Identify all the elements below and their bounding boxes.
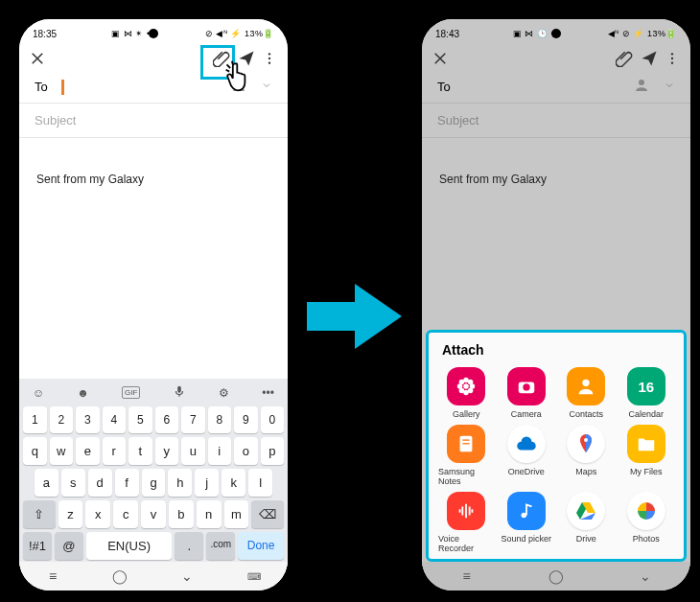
expand-icon[interactable]: [261, 80, 272, 94]
attach-icon[interactable]: [616, 50, 633, 67]
recents-key[interactable]: ≡: [44, 567, 61, 585]
gif-icon[interactable]: GIF: [122, 386, 140, 399]
home-key[interactable]: ◯: [548, 567, 565, 585]
close-icon[interactable]: [29, 50, 46, 67]
attach-item-gallery[interactable]: Gallery: [438, 367, 495, 419]
nav-bar: ≡ ◯ ⌄ ⌨: [19, 562, 288, 590]
key-s[interactable]: s: [61, 469, 85, 497]
attach-item-label: OneDrive: [508, 467, 545, 476]
key-9[interactable]: 9: [234, 406, 258, 433]
key-3[interactable]: 3: [76, 406, 100, 433]
attach-item-drive[interactable]: Drive: [558, 492, 615, 553]
svg-point-15: [468, 380, 474, 385]
dotcom-key[interactable]: .com: [206, 532, 235, 560]
key-6[interactable]: 6: [155, 406, 179, 433]
recents-key[interactable]: ≡: [458, 567, 476, 585]
clock: 18:35: [33, 29, 57, 39]
close-icon[interactable]: [432, 50, 449, 67]
backspace-key[interactable]: ⌫: [251, 500, 284, 528]
key-o[interactable]: o: [234, 437, 258, 465]
attach-item-camera[interactable]: Camera: [499, 367, 555, 419]
key-e[interactable]: e: [76, 437, 100, 465]
sticker-icon[interactable]: ☻: [77, 386, 89, 400]
key-d[interactable]: d: [88, 469, 112, 497]
attach-item-label: Photos: [633, 534, 660, 544]
key-c[interactable]: c: [113, 500, 138, 528]
key-g[interactable]: g: [142, 469, 166, 497]
cloud-icon: [507, 425, 546, 463]
attach-item-label: Voice Recorder: [438, 534, 495, 553]
key-8[interactable]: 8: [208, 406, 232, 433]
done-key[interactable]: Done: [238, 532, 284, 560]
16-icon: 16: [627, 367, 665, 405]
home-key[interactable]: ◯: [111, 567, 128, 585]
period-key[interactable]: .: [175, 532, 203, 560]
key-f[interactable]: f: [115, 469, 139, 497]
key-m[interactable]: m: [224, 500, 249, 528]
attach-item-my-files[interactable]: My Files: [618, 425, 675, 486]
note-icon: [447, 425, 485, 463]
key-l[interactable]: l: [248, 469, 272, 497]
key-w[interactable]: w: [50, 437, 74, 465]
more-icon[interactable]: [665, 50, 679, 67]
attach-item-contacts[interactable]: Contacts: [558, 367, 615, 419]
back-key[interactable]: ⌄: [178, 567, 196, 585]
key-j[interactable]: j: [195, 469, 219, 497]
key-r[interactable]: r: [103, 437, 127, 465]
key-y[interactable]: y: [155, 437, 179, 465]
attach-item-photos[interactable]: Photos: [618, 492, 675, 553]
svg-rect-23: [463, 443, 470, 444]
more-icon[interactable]: [263, 50, 276, 67]
key-u[interactable]: u: [181, 437, 205, 465]
key-t[interactable]: t: [128, 437, 152, 465]
key-5[interactable]: 5: [128, 406, 152, 433]
key-v[interactable]: v: [141, 500, 166, 528]
attach-item-label: My Files: [630, 467, 663, 476]
photos-icon: [627, 492, 665, 530]
email-body[interactable]: Sent from my Galaxy: [19, 138, 288, 379]
attach-item-onedrive[interactable]: OneDrive: [499, 425, 555, 486]
key-0[interactable]: 0: [261, 406, 285, 433]
hand-cursor-icon: [222, 59, 257, 98]
key-7[interactable]: 7: [181, 406, 205, 433]
key-4[interactable]: 4: [103, 406, 127, 433]
spacebar[interactable]: EN(US): [86, 532, 173, 560]
key-2[interactable]: 2: [50, 406, 74, 433]
svg-point-8: [639, 80, 644, 85]
nav-bar: ≡ ◯ ⌄: [422, 562, 690, 590]
emoji-icon[interactable]: ☺: [33, 386, 44, 400]
key-a[interactable]: a: [35, 469, 58, 497]
status-left-icons: ▣ ⋈ ✴ •: [111, 29, 150, 38]
key-p[interactable]: p: [261, 437, 285, 465]
kb-switch-key[interactable]: ⌨: [245, 567, 263, 585]
key-x[interactable]: x: [85, 500, 110, 528]
attach-item-samsung-notes[interactable]: Samsung Notes: [438, 425, 495, 486]
settings-icon[interactable]: ⚙: [219, 386, 229, 400]
key-q[interactable]: q: [23, 437, 47, 465]
key-1[interactable]: 1: [23, 406, 47, 433]
key-h[interactable]: h: [168, 469, 192, 497]
at-key[interactable]: @: [55, 532, 83, 560]
shift-key[interactable]: ⇧: [23, 500, 56, 528]
key-z[interactable]: z: [58, 500, 83, 528]
attach-item-voice-recorder[interactable]: Voice Recorder: [438, 492, 495, 553]
mic-icon[interactable]: [173, 384, 186, 401]
subject-field[interactable]: Subject: [19, 104, 288, 138]
back-key[interactable]: ⌄: [637, 567, 654, 585]
svg-point-0: [268, 53, 270, 55]
soft-keyboard: ☺ ☻ GIF ⚙ ••• 1234567890 qwertyuiop asdf…: [19, 379, 288, 562]
key-i[interactable]: i: [208, 437, 232, 465]
key-b[interactable]: b: [169, 500, 194, 528]
status-left-icons: ▣ ⋈ 🕒 •: [513, 29, 554, 38]
drive-icon: [567, 492, 605, 530]
symbols-key[interactable]: !#1: [23, 532, 52, 560]
key-k[interactable]: k: [222, 469, 245, 497]
send-icon[interactable]: [641, 50, 658, 67]
attach-sheet-title: Attach: [438, 342, 674, 358]
attach-item-calendar[interactable]: 16Calendar: [618, 367, 675, 419]
kb-more-icon[interactable]: •••: [262, 386, 274, 400]
attach-item-maps[interactable]: Maps: [558, 425, 615, 486]
attach-item-sound-picker[interactable]: Sound picker: [499, 492, 555, 553]
subject-field: Subject: [422, 104, 690, 138]
key-n[interactable]: n: [197, 500, 222, 528]
